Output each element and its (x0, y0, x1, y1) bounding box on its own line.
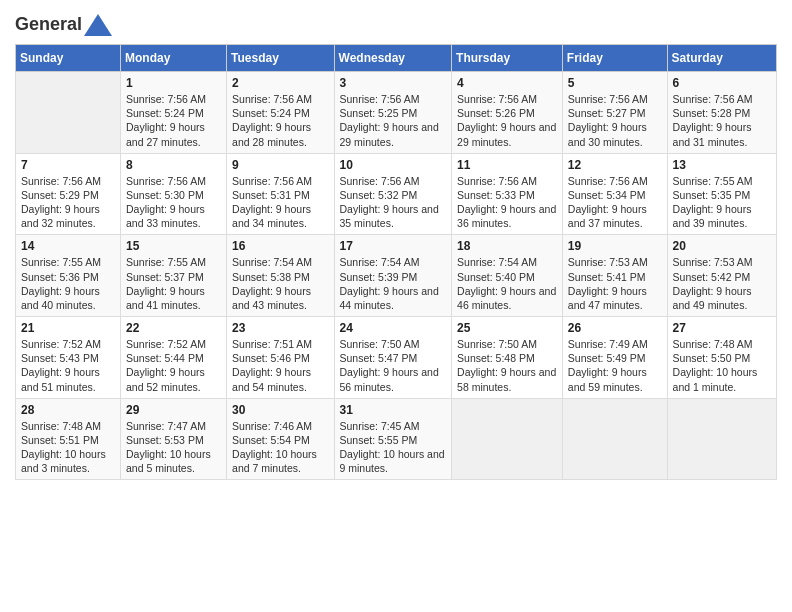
svg-marker-0 (84, 14, 112, 36)
day-cell: 17Sunrise: 7:54 AMSunset: 5:39 PMDayligh… (334, 235, 452, 317)
day-number: 22 (126, 321, 221, 335)
day-number: 14 (21, 239, 115, 253)
day-cell: 4Sunrise: 7:56 AMSunset: 5:26 PMDaylight… (452, 72, 563, 154)
header-cell-friday: Friday (562, 45, 667, 72)
day-info: Sunrise: 7:56 AMSunset: 5:29 PMDaylight:… (21, 174, 115, 231)
day-info: Sunrise: 7:56 AMSunset: 5:27 PMDaylight:… (568, 92, 662, 149)
header-cell-tuesday: Tuesday (227, 45, 334, 72)
day-number: 21 (21, 321, 115, 335)
day-number: 30 (232, 403, 328, 417)
day-cell: 31Sunrise: 7:45 AMSunset: 5:55 PMDayligh… (334, 398, 452, 480)
day-info: Sunrise: 7:56 AMSunset: 5:30 PMDaylight:… (126, 174, 221, 231)
header-cell-sunday: Sunday (16, 45, 121, 72)
week-row-2: 7Sunrise: 7:56 AMSunset: 5:29 PMDaylight… (16, 153, 777, 235)
header-cell-monday: Monday (121, 45, 227, 72)
day-cell: 20Sunrise: 7:53 AMSunset: 5:42 PMDayligh… (667, 235, 776, 317)
day-cell: 9Sunrise: 7:56 AMSunset: 5:31 PMDaylight… (227, 153, 334, 235)
day-number: 6 (673, 76, 771, 90)
day-number: 5 (568, 76, 662, 90)
day-cell: 25Sunrise: 7:50 AMSunset: 5:48 PMDayligh… (452, 317, 563, 399)
day-info: Sunrise: 7:54 AMSunset: 5:39 PMDaylight:… (340, 255, 447, 312)
day-number: 27 (673, 321, 771, 335)
day-cell: 7Sunrise: 7:56 AMSunset: 5:29 PMDaylight… (16, 153, 121, 235)
day-cell: 2Sunrise: 7:56 AMSunset: 5:24 PMDaylight… (227, 72, 334, 154)
day-info: Sunrise: 7:56 AMSunset: 5:24 PMDaylight:… (126, 92, 221, 149)
day-number: 24 (340, 321, 447, 335)
day-cell: 8Sunrise: 7:56 AMSunset: 5:30 PMDaylight… (121, 153, 227, 235)
day-cell: 30Sunrise: 7:46 AMSunset: 5:54 PMDayligh… (227, 398, 334, 480)
day-cell: 10Sunrise: 7:56 AMSunset: 5:32 PMDayligh… (334, 153, 452, 235)
day-info: Sunrise: 7:55 AMSunset: 5:35 PMDaylight:… (673, 174, 771, 231)
day-number: 7 (21, 158, 115, 172)
day-info: Sunrise: 7:56 AMSunset: 5:26 PMDaylight:… (457, 92, 557, 149)
day-cell: 12Sunrise: 7:56 AMSunset: 5:34 PMDayligh… (562, 153, 667, 235)
day-number: 17 (340, 239, 447, 253)
day-info: Sunrise: 7:49 AMSunset: 5:49 PMDaylight:… (568, 337, 662, 394)
day-info: Sunrise: 7:52 AMSunset: 5:43 PMDaylight:… (21, 337, 115, 394)
day-cell: 29Sunrise: 7:47 AMSunset: 5:53 PMDayligh… (121, 398, 227, 480)
day-cell: 16Sunrise: 7:54 AMSunset: 5:38 PMDayligh… (227, 235, 334, 317)
day-info: Sunrise: 7:55 AMSunset: 5:36 PMDaylight:… (21, 255, 115, 312)
day-number: 4 (457, 76, 557, 90)
day-number: 15 (126, 239, 221, 253)
day-cell: 21Sunrise: 7:52 AMSunset: 5:43 PMDayligh… (16, 317, 121, 399)
day-cell (16, 72, 121, 154)
day-cell: 13Sunrise: 7:55 AMSunset: 5:35 PMDayligh… (667, 153, 776, 235)
header-row: SundayMondayTuesdayWednesdayThursdayFrid… (16, 45, 777, 72)
day-cell: 3Sunrise: 7:56 AMSunset: 5:25 PMDaylight… (334, 72, 452, 154)
day-cell (452, 398, 563, 480)
day-number: 29 (126, 403, 221, 417)
page-header: General (15, 10, 777, 36)
day-info: Sunrise: 7:48 AMSunset: 5:51 PMDaylight:… (21, 419, 115, 476)
day-number: 25 (457, 321, 557, 335)
day-info: Sunrise: 7:51 AMSunset: 5:46 PMDaylight:… (232, 337, 328, 394)
day-info: Sunrise: 7:53 AMSunset: 5:41 PMDaylight:… (568, 255, 662, 312)
day-info: Sunrise: 7:56 AMSunset: 5:33 PMDaylight:… (457, 174, 557, 231)
day-cell: 19Sunrise: 7:53 AMSunset: 5:41 PMDayligh… (562, 235, 667, 317)
week-row-5: 28Sunrise: 7:48 AMSunset: 5:51 PMDayligh… (16, 398, 777, 480)
day-cell (562, 398, 667, 480)
day-info: Sunrise: 7:56 AMSunset: 5:31 PMDaylight:… (232, 174, 328, 231)
day-cell: 6Sunrise: 7:56 AMSunset: 5:28 PMDaylight… (667, 72, 776, 154)
day-number: 16 (232, 239, 328, 253)
day-cell: 24Sunrise: 7:50 AMSunset: 5:47 PMDayligh… (334, 317, 452, 399)
day-cell: 23Sunrise: 7:51 AMSunset: 5:46 PMDayligh… (227, 317, 334, 399)
day-info: Sunrise: 7:46 AMSunset: 5:54 PMDaylight:… (232, 419, 328, 476)
day-number: 26 (568, 321, 662, 335)
day-cell: 5Sunrise: 7:56 AMSunset: 5:27 PMDaylight… (562, 72, 667, 154)
day-info: Sunrise: 7:45 AMSunset: 5:55 PMDaylight:… (340, 419, 447, 476)
day-info: Sunrise: 7:56 AMSunset: 5:25 PMDaylight:… (340, 92, 447, 149)
day-cell (667, 398, 776, 480)
week-row-3: 14Sunrise: 7:55 AMSunset: 5:36 PMDayligh… (16, 235, 777, 317)
day-info: Sunrise: 7:56 AMSunset: 5:34 PMDaylight:… (568, 174, 662, 231)
day-cell: 1Sunrise: 7:56 AMSunset: 5:24 PMDaylight… (121, 72, 227, 154)
day-cell: 15Sunrise: 7:55 AMSunset: 5:37 PMDayligh… (121, 235, 227, 317)
day-info: Sunrise: 7:54 AMSunset: 5:40 PMDaylight:… (457, 255, 557, 312)
header-cell-thursday: Thursday (452, 45, 563, 72)
day-info: Sunrise: 7:50 AMSunset: 5:47 PMDaylight:… (340, 337, 447, 394)
day-info: Sunrise: 7:56 AMSunset: 5:28 PMDaylight:… (673, 92, 771, 149)
header-cell-saturday: Saturday (667, 45, 776, 72)
day-number: 23 (232, 321, 328, 335)
day-number: 18 (457, 239, 557, 253)
day-info: Sunrise: 7:56 AMSunset: 5:24 PMDaylight:… (232, 92, 328, 149)
day-cell: 18Sunrise: 7:54 AMSunset: 5:40 PMDayligh… (452, 235, 563, 317)
logo-text: General (15, 15, 82, 35)
day-cell: 14Sunrise: 7:55 AMSunset: 5:36 PMDayligh… (16, 235, 121, 317)
day-cell: 28Sunrise: 7:48 AMSunset: 5:51 PMDayligh… (16, 398, 121, 480)
header-cell-wednesday: Wednesday (334, 45, 452, 72)
day-info: Sunrise: 7:56 AMSunset: 5:32 PMDaylight:… (340, 174, 447, 231)
day-cell: 27Sunrise: 7:48 AMSunset: 5:50 PMDayligh… (667, 317, 776, 399)
week-row-4: 21Sunrise: 7:52 AMSunset: 5:43 PMDayligh… (16, 317, 777, 399)
day-info: Sunrise: 7:47 AMSunset: 5:53 PMDaylight:… (126, 419, 221, 476)
day-info: Sunrise: 7:50 AMSunset: 5:48 PMDaylight:… (457, 337, 557, 394)
day-number: 2 (232, 76, 328, 90)
day-number: 10 (340, 158, 447, 172)
day-info: Sunrise: 7:52 AMSunset: 5:44 PMDaylight:… (126, 337, 221, 394)
day-number: 8 (126, 158, 221, 172)
day-info: Sunrise: 7:55 AMSunset: 5:37 PMDaylight:… (126, 255, 221, 312)
day-cell: 26Sunrise: 7:49 AMSunset: 5:49 PMDayligh… (562, 317, 667, 399)
day-number: 31 (340, 403, 447, 417)
day-number: 19 (568, 239, 662, 253)
day-number: 20 (673, 239, 771, 253)
